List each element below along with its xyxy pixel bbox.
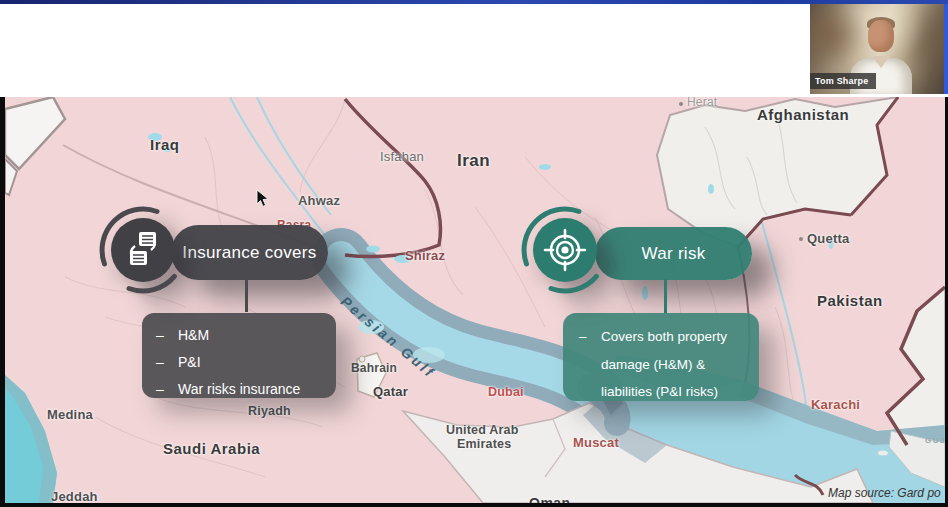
list-bullet: – bbox=[579, 323, 601, 351]
list-item: – H&M bbox=[156, 322, 326, 349]
map-label-jeddah: Jeddah bbox=[51, 489, 98, 503]
map-label-ahwaz: Ahwaz bbox=[298, 193, 340, 208]
insurance-connector-line bbox=[245, 279, 248, 312]
webcam-video[interactable]: Tom Sharpe bbox=[810, 4, 948, 94]
map-label-medina: Medina bbox=[47, 407, 93, 422]
list-item: – War risks insurance bbox=[156, 376, 326, 403]
map-label-gujarat: GUJA bbox=[925, 436, 945, 445]
map-label-shiraz: Shiraz bbox=[405, 248, 445, 263]
war-risk-box: – Covers both property damage (H&M) & li… bbox=[563, 313, 759, 401]
map-label-iraq: Iraq bbox=[150, 136, 180, 153]
map-slide: Iraq Isfahan Iran Ahwaz Shiraz Basra Kuw… bbox=[5, 97, 945, 503]
map-label-iran: Iran bbox=[457, 151, 490, 171]
map-label-afghanistan: Afghanistan bbox=[757, 106, 849, 123]
map-label-quetta: Quetta bbox=[807, 231, 849, 246]
map-label-saudi-arabia: Saudi Arabia bbox=[163, 440, 260, 457]
war-risk-connector-line bbox=[664, 279, 667, 313]
insurance-covers-title: Insurance covers bbox=[182, 243, 316, 263]
war-risk-title: War risk bbox=[641, 244, 705, 264]
map-label-dubai: Dubai bbox=[488, 385, 524, 399]
map-label-uae-line2: Emirates bbox=[457, 437, 511, 451]
mouse-cursor bbox=[256, 189, 269, 208]
map-label-qatar: Qatar bbox=[373, 384, 408, 399]
participant-avatar bbox=[868, 20, 894, 52]
map-label-pakistan: Pakistan bbox=[817, 292, 883, 309]
list-item: – P&I bbox=[156, 349, 326, 376]
map-label-riyadh: Riyadh bbox=[248, 404, 291, 418]
list-bullet: – bbox=[156, 322, 178, 349]
list-item: – Covers both property damage (H&M) & li… bbox=[579, 323, 751, 406]
list-bullet: – bbox=[156, 376, 178, 403]
header-strip bbox=[0, 4, 948, 97]
documents-exchange-icon bbox=[99, 206, 187, 294]
map-label-isfahan: Isfahan bbox=[380, 149, 424, 164]
insurance-covers-box: – H&M – P&I – War risks insurance bbox=[142, 313, 336, 398]
war-risk-pill: War risk bbox=[595, 227, 752, 280]
map-label-karachi: Karachi bbox=[811, 397, 860, 412]
map-label-herat: Herat bbox=[687, 97, 717, 109]
map-label-uae-line1: United Arab bbox=[446, 423, 519, 437]
participant-name-label: Tom Sharpe bbox=[810, 73, 876, 89]
insurance-covers-pill: Insurance covers bbox=[171, 225, 328, 280]
map-source-note: Map source: Gard po bbox=[828, 486, 941, 500]
target-icon bbox=[521, 206, 609, 294]
map-label-oman: Oman bbox=[529, 495, 571, 503]
map-label-bahrain: Bahrain bbox=[351, 361, 397, 375]
map-label-muscat: Muscat bbox=[573, 435, 619, 450]
list-bullet: – bbox=[156, 349, 178, 376]
